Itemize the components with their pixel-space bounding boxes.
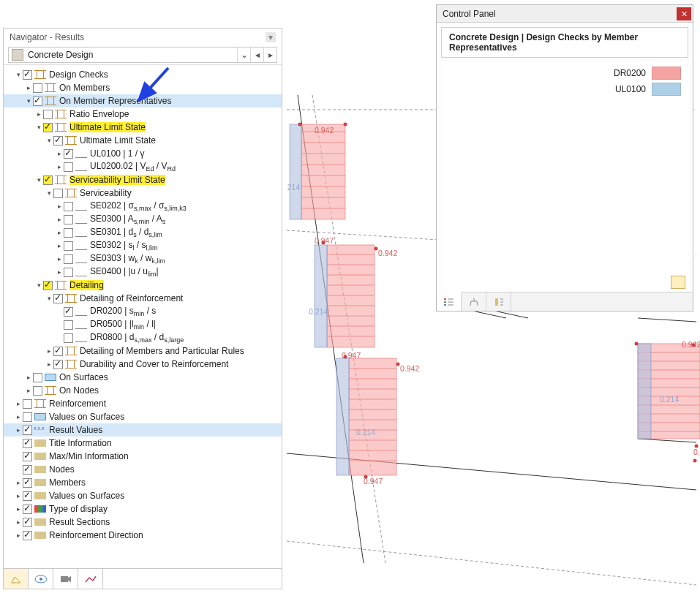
checkbox[interactable] — [64, 307, 73, 317]
checkbox[interactable] — [53, 347, 63, 356]
value-label: 0.947 — [364, 477, 383, 486]
tree-members[interactable]: ▸ Members — [4, 476, 282, 489]
tree-serviceability[interactable]: ▾ Serviceability — [4, 186, 282, 200]
check-icon — [75, 170, 87, 171]
tree-values-on-surfaces[interactable]: ▸ Values on Surfaces — [4, 410, 282, 423]
checkbox[interactable] — [64, 202, 73, 211]
checkbox[interactable] — [23, 505, 32, 514]
checkbox[interactable] — [23, 465, 32, 475]
display-icon — [34, 505, 46, 513]
value-label: 0.947 — [315, 236, 334, 245]
tree-dr0800[interactable]: DR0800 | ds,max / ds,large — [4, 331, 282, 344]
nav-next-icon[interactable]: ▸ — [263, 48, 276, 62]
navigator-tree[interactable]: ▾ Design Checks ▸ On Members ▾ On Member… — [4, 64, 282, 568]
tree-on-member-reps[interactable]: ▾ On Member Representatives — [4, 94, 282, 107]
checkbox[interactable] — [23, 452, 32, 461]
checkbox[interactable] — [43, 123, 53, 132]
tree-type-display[interactable]: ▸ Type of display — [4, 502, 282, 515]
tree-on-nodes[interactable]: ▸ On Nodes — [4, 384, 282, 397]
checkbox[interactable] — [64, 268, 73, 277]
checkbox[interactable] — [53, 136, 63, 146]
tree-ul0100[interactable]: ▸ UL0100 | 1 / γ — [4, 147, 282, 160]
tree-se0300[interactable]: ▸ SE0300 | As,min / As — [4, 213, 282, 226]
tree-dr0200[interactable]: DR0200 | smin / s — [4, 305, 282, 318]
tree-uls[interactable]: ▾ Ultimate Limit State — [4, 134, 282, 147]
tree-sls-group[interactable]: ▾ Serviceability Limit State — [4, 173, 282, 186]
svg-line-8 — [638, 318, 696, 322]
navigator-combo[interactable]: Concrete Design ⌄ ◂ ▸ — [8, 47, 277, 63]
close-icon[interactable]: ✕ — [677, 7, 691, 20]
tree-se0301[interactable]: ▸ SE0301 | ds / ds,lim — [4, 226, 282, 239]
tree-detailing-members[interactable]: ▸ Detailing of Members and Particular Ru… — [4, 344, 282, 358]
checkbox[interactable] — [43, 110, 53, 119]
checkbox[interactable] — [64, 162, 73, 172]
tree-se0303[interactable]: ▸ SE0303 | wk / wk,lim — [4, 252, 282, 265]
tree-detailing-group[interactable]: ▾ Detailing — [4, 279, 282, 292]
checkbox[interactable] — [23, 412, 32, 422]
tree-nodes[interactable]: Nodes — [4, 463, 282, 476]
tree-ratio-envelope[interactable]: ▸ Ratio Envelope — [4, 107, 282, 121]
checkbox[interactable] — [23, 426, 32, 435]
tree-result-sections[interactable]: ▸ Result Sections — [4, 515, 282, 529]
tab-camera-icon[interactable] — [53, 569, 78, 589]
checkbox[interactable] — [33, 386, 42, 396]
checkbox[interactable] — [33, 97, 42, 106]
edit-colors-icon[interactable] — [671, 276, 685, 289]
tree-reinforcement[interactable]: ▸ Reinforcement — [4, 397, 282, 410]
tree-durability[interactable]: ▸ Durability and Cover to Reinforcement — [4, 358, 282, 371]
nav-prev-icon[interactable]: ◂ — [250, 48, 263, 62]
tree-reinf-dir[interactable]: ▸ Reinforcement Direction — [4, 529, 282, 542]
navigator-dock-icon[interactable]: ▾ — [266, 32, 276, 42]
tree-title-info[interactable]: Title Information — [4, 437, 282, 450]
reinf-dir-icon — [34, 532, 46, 539]
checkbox[interactable] — [64, 215, 73, 224]
tree-se0400[interactable]: ▸ SE0400 | |u / ulim| — [4, 265, 282, 279]
checkbox[interactable] — [23, 399, 32, 409]
chevron-down-icon[interactable]: ⌄ — [237, 48, 250, 62]
check-icon — [75, 262, 87, 263]
tree-se0302[interactable]: ▸ SE0302 | sl / sl,lim — [4, 239, 282, 252]
tree-result-values[interactable]: ▸ Result Values — [4, 423, 282, 437]
tab-filter-icon[interactable] — [486, 292, 511, 311]
tab-legend-icon[interactable] — [437, 292, 462, 311]
checkbox[interactable] — [64, 254, 73, 264]
checkbox[interactable] — [43, 175, 53, 185]
value-label: 0.942 — [682, 340, 700, 349]
tree-detailing-reinf[interactable]: ▾ Detailing of Reinforcement — [4, 292, 282, 305]
tab-data-icon[interactable] — [4, 569, 29, 589]
tree-on-surfaces[interactable]: ▸ On Surfaces — [4, 371, 282, 384]
tree-se0202[interactable]: ▸ SE0202 | σs,max / σs,lim,k3 — [4, 200, 282, 213]
checkbox[interactable] — [23, 491, 32, 501]
svg-point-60 — [396, 363, 400, 366]
tab-results-icon[interactable] — [78, 569, 103, 589]
checkbox[interactable] — [64, 241, 73, 251]
tree-dr0500[interactable]: DR0500 | |lmin / l| — [4, 318, 282, 331]
checkbox[interactable] — [23, 70, 32, 80]
tree-on-members[interactable]: ▸ On Members — [4, 81, 282, 94]
checkbox[interactable] — [33, 83, 42, 93]
checkbox[interactable] — [23, 531, 32, 540]
checkbox[interactable] — [53, 294, 63, 303]
svg-point-64 — [695, 445, 699, 448]
checkbox[interactable] — [53, 189, 63, 198]
checkbox[interactable] — [23, 439, 32, 448]
checkbox[interactable] — [23, 478, 32, 488]
tree-uls-group[interactable]: ▾ Ultimate Limit State — [4, 121, 282, 134]
checkbox[interactable] — [53, 360, 63, 369]
checkbox[interactable] — [64, 228, 73, 238]
tab-scale-icon[interactable] — [462, 292, 486, 311]
tree-ul0200[interactable]: ▸ UL0200.02 | VEd / VRd — [4, 160, 282, 173]
svg-rect-68 — [61, 576, 68, 582]
tree-vals-surf[interactable]: ▸ Values on Surfaces — [4, 489, 282, 502]
svg-rect-43 — [638, 344, 700, 439]
checkbox[interactable] — [64, 149, 73, 159]
checkbox[interactable] — [64, 333, 73, 343]
tree-maxmin[interactable]: Max/Min Information — [4, 450, 282, 463]
check-icon — [75, 210, 87, 211]
checkbox[interactable] — [64, 320, 73, 330]
checkbox[interactable] — [33, 373, 42, 382]
tab-eye-icon[interactable] — [29, 569, 53, 589]
checkbox[interactable] — [23, 518, 32, 527]
checkbox[interactable] — [43, 281, 53, 290]
tree-design-checks[interactable]: ▾ Design Checks — [4, 68, 282, 81]
